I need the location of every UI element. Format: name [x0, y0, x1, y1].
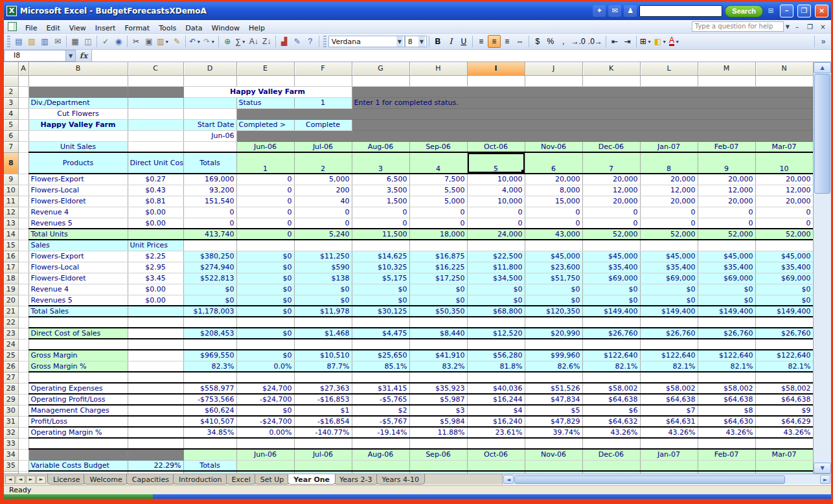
spelling-button[interactable]: ✓	[99, 35, 112, 48]
cell-E26[interactable]: 0.0%	[236, 361, 294, 372]
cell-A20[interactable]	[18, 295, 29, 306]
cell-L34[interactable]: Jan-07	[640, 449, 698, 460]
cell-G21[interactable]: $30,125	[352, 306, 409, 317]
cell-E24[interactable]	[236, 339, 294, 350]
cell-F13[interactable]: 0	[294, 218, 352, 229]
cell-F30[interactable]: $1	[294, 405, 352, 416]
cell-N29[interactable]: $64,638	[755, 394, 813, 405]
sheet-tab-set-up[interactable]: Set Up	[255, 474, 290, 485]
cell-D2[interactable]: Happy Valley Farm	[183, 86, 352, 97]
titlebar-search-button[interactable]: Search	[725, 5, 763, 17]
cell-K27[interactable]	[582, 372, 640, 383]
cell-H22[interactable]	[409, 317, 467, 328]
cell-I16[interactable]: $22,500	[467, 251, 525, 262]
cell-L9[interactable]: 20,000	[640, 174, 698, 185]
cell-H16[interactable]: $16,875	[409, 251, 467, 262]
cell-J29[interactable]: $47,834	[525, 394, 582, 405]
cell-G27[interactable]	[352, 372, 409, 383]
cell-D10[interactable]: 93,200	[183, 185, 236, 196]
cell-K13[interactable]: 0	[582, 218, 640, 229]
cell-H[interactable]	[409, 75, 467, 86]
column-header-K[interactable]: K	[582, 62, 640, 75]
cell-D22[interactable]	[183, 317, 236, 328]
cell-A19[interactable]	[18, 284, 29, 295]
cell-D32[interactable]: 34.85%	[183, 427, 236, 438]
cell-C23[interactable]	[128, 328, 183, 339]
cell-M31[interactable]: $64,630	[698, 416, 755, 427]
vertical-scroll-track[interactable]	[814, 194, 831, 463]
cell-M16[interactable]: $45,000	[698, 251, 755, 262]
cell-D15[interactable]	[183, 240, 236, 251]
cell-C10[interactable]: $0.43	[128, 185, 183, 196]
row-header-11[interactable]: 11	[4, 196, 18, 207]
cell-D12[interactable]: 0	[183, 207, 236, 218]
cell-G30[interactable]: $2	[352, 405, 409, 416]
compass-icon[interactable]: ✦	[593, 5, 606, 17]
cell-F29[interactable]: -$16,853	[294, 394, 352, 405]
cell-A27[interactable]	[18, 372, 29, 383]
cell-D11[interactable]: 151,540	[183, 196, 236, 207]
window-close-button[interactable]: ×	[817, 22, 828, 32]
menu-data[interactable]: Data	[181, 22, 207, 34]
cell-F8[interactable]: 2	[294, 152, 352, 174]
cell-A35[interactable]	[18, 460, 29, 471]
merge-and-center-button[interactable]: ⇔	[514, 35, 527, 48]
cell-H33[interactable]	[409, 438, 467, 449]
cell-C28[interactable]	[128, 383, 183, 394]
cell-E[interactable]	[236, 75, 294, 86]
cell-B10[interactable]: Flowers-Local	[29, 185, 128, 196]
cell-J22[interactable]	[525, 317, 582, 328]
cell-H10[interactable]: 5,500	[409, 185, 467, 196]
cell-D8[interactable]: Totals	[183, 152, 236, 174]
cell-E25[interactable]: $0	[236, 350, 294, 361]
cell-I7[interactable]: Oct-06	[467, 141, 525, 152]
window-restore-button[interactable]: ❐	[804, 22, 816, 32]
cell-N33[interactable]	[755, 438, 813, 449]
cell-K30[interactable]: $6	[582, 405, 640, 416]
cell-M34[interactable]: Feb-07	[698, 449, 755, 460]
row-header-25[interactable]: 25	[4, 350, 18, 361]
cell-E19[interactable]: $0	[236, 284, 294, 295]
cell-D16[interactable]: $380,250	[183, 251, 236, 262]
cell-G32[interactable]: -19.14%	[352, 427, 409, 438]
cell-H26[interactable]: 83.2%	[409, 361, 467, 372]
cell-N32[interactable]: 43.26%	[755, 427, 813, 438]
cell-M19[interactable]: $0	[698, 284, 755, 295]
cell-K18[interactable]: $69,000	[582, 273, 640, 284]
grid-icon[interactable]: ⊞	[766, 6, 776, 16]
cell-A32[interactable]	[18, 427, 29, 438]
cell-J8[interactable]: 6	[525, 152, 582, 174]
cell-E17[interactable]: $0	[236, 262, 294, 273]
cell-H9[interactable]: 7,500	[409, 174, 467, 185]
cell-D34[interactable]	[183, 449, 236, 460]
cell-G33[interactable]	[352, 438, 409, 449]
cell-B34[interactable]	[29, 449, 128, 460]
cell-G12[interactable]: 0	[352, 207, 409, 218]
cell-H17[interactable]: $16,225	[409, 262, 467, 273]
column-header-N[interactable]: N	[755, 62, 813, 75]
cell-H20[interactable]: $0	[409, 295, 467, 306]
cell-K20[interactable]: $0	[582, 295, 640, 306]
cell-C6[interactable]	[128, 130, 183, 141]
cell-H31[interactable]: $5,984	[409, 416, 467, 427]
cell-J34[interactable]: Nov-06	[525, 449, 582, 460]
cell-D4[interactable]	[183, 108, 236, 119]
row-header-19[interactable]: 19	[4, 284, 18, 295]
cell-J24[interactable]	[525, 339, 582, 350]
cell-G14[interactable]: 11,500	[352, 229, 409, 240]
cell-L17[interactable]: $35,400	[640, 262, 698, 273]
cell-F33[interactable]	[294, 438, 352, 449]
cell-B24[interactable]	[29, 339, 128, 350]
cell-D26[interactable]: 82.3%	[183, 361, 236, 372]
cell-K11[interactable]: 20,000	[582, 196, 640, 207]
cell-M26[interactable]: 82.1%	[698, 361, 755, 372]
cell-C31[interactable]	[128, 416, 183, 427]
cell-E9[interactable]: 0	[236, 174, 294, 185]
cell-I8[interactable]: 5	[467, 152, 525, 174]
cell-E35[interactable]	[236, 460, 294, 471]
menu-format[interactable]: Format	[120, 22, 154, 34]
sort-descending-button[interactable]: Z↓	[260, 35, 273, 48]
cell-B9[interactable]: Flowers-Export	[29, 174, 128, 185]
cell-N35[interactable]	[755, 460, 813, 471]
cell-B28[interactable]: Operating Expenses	[29, 383, 128, 394]
